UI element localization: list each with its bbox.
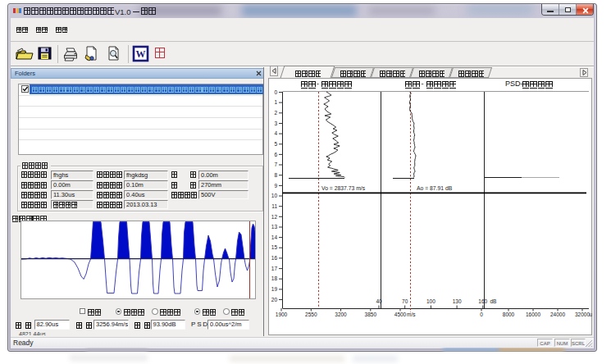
svg-text:2: 2: [274, 110, 277, 116]
svg-text:10: 10: [271, 193, 278, 198]
svg-text:24000: 24000: [550, 312, 565, 317]
svg-text:Vo = 2837.73 m/s: Vo = 2837.73 m/s: [321, 185, 366, 191]
svg-text:3850: 3850: [365, 312, 377, 317]
svg-text:Ao = 87.91 dB: Ao = 87.91 dB: [417, 185, 453, 191]
svg-text:70: 70: [402, 298, 408, 304]
svg-text:160: 160: [478, 298, 487, 304]
svg-text:19: 19: [271, 286, 278, 292]
svg-text:W: W: [136, 48, 146, 60]
svg-text:m/s: m/s: [407, 312, 416, 317]
svg-text:16: 16: [271, 255, 278, 261]
svg-text:dB: dB: [490, 298, 497, 304]
svg-text:u: u: [590, 312, 593, 317]
svg-text:2550: 2550: [305, 312, 317, 317]
svg-text:3: 3: [274, 121, 277, 126]
svg-text:0: 0: [480, 312, 483, 317]
svg-text:9: 9: [274, 183, 277, 189]
svg-text:16000: 16000: [526, 312, 540, 317]
svg-text:8: 8: [274, 172, 277, 178]
svg-text:14: 14: [271, 234, 278, 240]
svg-text:17: 17: [271, 266, 278, 271]
svg-text:0: 0: [274, 89, 277, 95]
svg-text:1900: 1900: [276, 312, 288, 317]
svg-text:32000: 32000: [575, 312, 590, 317]
svg-text:12: 12: [271, 214, 278, 220]
svg-text:100: 100: [426, 298, 435, 304]
svg-text:4500: 4500: [394, 312, 407, 317]
svg-text:18: 18: [271, 275, 278, 281]
svg-text:7: 7: [274, 162, 277, 167]
svg-text:3200: 3200: [335, 312, 347, 317]
svg-text:5: 5: [274, 141, 277, 147]
svg-text:15: 15: [271, 244, 278, 250]
svg-text:4: 4: [274, 130, 277, 136]
svg-text:40: 40: [376, 298, 382, 304]
svg-text:11: 11: [271, 203, 277, 209]
svg-text:20: 20: [271, 297, 278, 303]
svg-text:8000: 8000: [503, 312, 515, 317]
svg-text:13: 13: [271, 224, 278, 230]
svg-text:1: 1: [274, 99, 277, 105]
svg-text:130: 130: [453, 298, 462, 304]
svg-text:6: 6: [274, 152, 277, 157]
